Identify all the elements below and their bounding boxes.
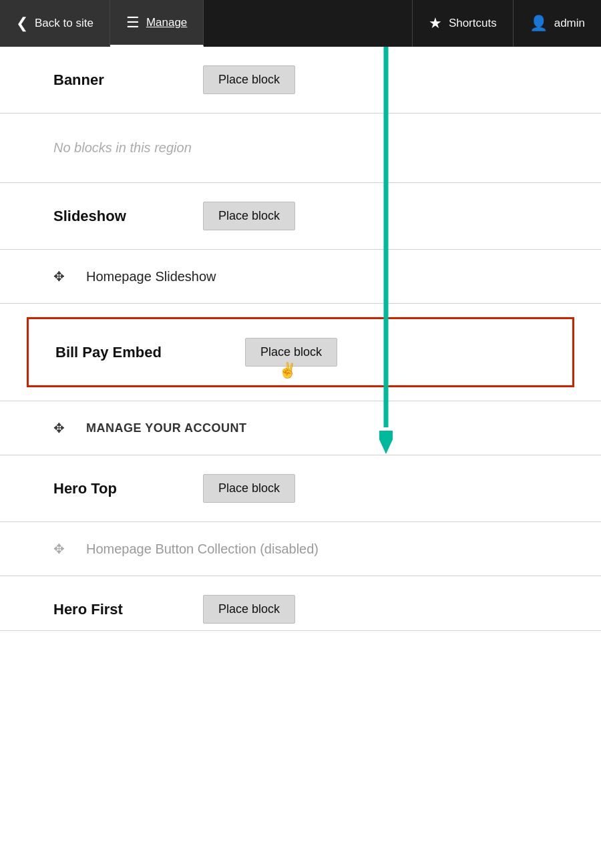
slideshow-title: Slideshow xyxy=(53,208,187,225)
homepage-slideshow-label: Homepage Slideshow xyxy=(86,269,216,284)
back-to-site-link[interactable]: ❮ Back to site xyxy=(0,0,110,47)
admin-bar: ❮ Back to site ☰ Manage ★ Shortcuts 👤 ad… xyxy=(0,0,601,47)
manage-label: Manage xyxy=(146,16,187,29)
banner-place-block-button[interactable]: Place block xyxy=(203,65,295,94)
no-blocks-section: No blocks in this region xyxy=(0,114,601,183)
hero-first-section: Hero First Place block xyxy=(0,576,601,631)
shortcuts-link[interactable]: ★ Shortcuts xyxy=(412,0,513,47)
bill-pay-button-container: Place block ✌ xyxy=(245,338,337,367)
star-icon: ★ xyxy=(429,15,442,32)
admin-link[interactable]: 👤 admin xyxy=(513,0,601,47)
hero-first-place-block-button[interactable]: Place block xyxy=(203,595,295,624)
homepage-slideshow-row: ✥ Homepage Slideshow xyxy=(0,250,601,304)
admin-label: admin xyxy=(554,17,585,30)
slideshow-section: Slideshow Place block xyxy=(0,183,601,250)
move-icon-slideshow[interactable]: ✥ xyxy=(53,268,65,284)
bill-pay-title: Bill Pay Embed xyxy=(55,344,229,361)
banner-title: Banner xyxy=(53,71,187,89)
manage-link[interactable]: ☰ Manage xyxy=(110,0,204,47)
bill-pay-wrapper: Bill Pay Embed Place block ✌ xyxy=(0,304,601,401)
move-icon-button-collection[interactable]: ✥ xyxy=(53,541,65,557)
hero-top-section: Hero Top Place block xyxy=(0,455,601,522)
manage-account-row: ✥ MANAGE YOUR ACCOUNT xyxy=(0,401,601,455)
move-icon-manage[interactable]: ✥ xyxy=(53,420,65,436)
bill-pay-embed-section: Bill Pay Embed Place block ✌ xyxy=(27,317,574,387)
banner-section: Banner Place block xyxy=(0,47,601,114)
hero-top-title: Hero Top xyxy=(53,480,187,497)
manage-account-label: MANAGE YOUR ACCOUNT xyxy=(86,421,247,435)
bill-pay-place-block-button[interactable]: Place block xyxy=(245,338,337,367)
shortcuts-label: Shortcuts xyxy=(449,17,497,30)
slideshow-place-block-button[interactable]: Place block xyxy=(203,202,295,230)
main-content: Banner Place block No blocks in this reg… xyxy=(0,47,601,631)
homepage-button-collection-row: ✥ Homepage Button Collection (disabled) xyxy=(0,522,601,576)
hero-first-title: Hero First xyxy=(53,601,187,618)
user-icon: 👤 xyxy=(530,15,548,32)
back-to-site-label: Back to site xyxy=(35,17,93,30)
back-arrow-icon: ❮ xyxy=(16,15,28,32)
homepage-button-collection-label: Homepage Button Collection (disabled) xyxy=(86,541,319,557)
menu-icon: ☰ xyxy=(126,14,140,31)
no-blocks-text: No blocks in this region xyxy=(53,140,192,155)
hero-top-place-block-button[interactable]: Place block xyxy=(203,474,295,503)
admin-bar-right: ★ Shortcuts 👤 admin xyxy=(412,0,601,47)
